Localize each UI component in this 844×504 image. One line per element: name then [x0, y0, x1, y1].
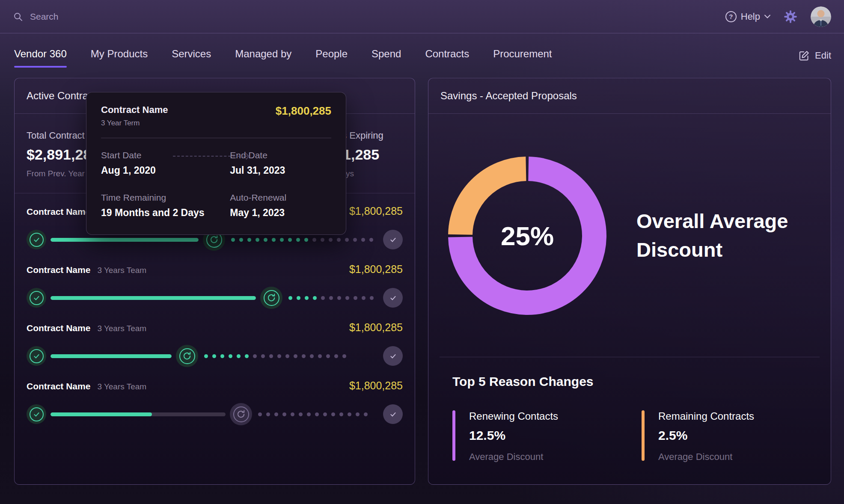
tab-contracts[interactable]: Contracts — [425, 44, 469, 68]
edit-button[interactable]: Edit — [798, 50, 831, 62]
tooltip-auto-renewal: Auto-Renewal May 1, 2023 — [230, 193, 331, 219]
discount-donut-chart: 25% — [448, 157, 606, 315]
tab-vendor-360[interactable]: Vendor 360 — [14, 44, 67, 68]
contract-term: 3 Years Team — [97, 266, 146, 275]
tab-people[interactable]: People — [315, 44, 348, 68]
progress-end-check-icon — [383, 346, 403, 366]
savings-card-title: Savings - Accepted Proposals — [428, 78, 831, 114]
savings-card: Savings - Accepted Proposals 25% Overall… — [428, 78, 831, 485]
tooltip-time-remaining: Time Remaining 19 Months and 2 Days — [101, 193, 230, 219]
contract-term: 3 Years Team — [97, 324, 146, 333]
tooltip-amount: $1,800,285 — [276, 104, 331, 118]
progress-dots — [227, 238, 383, 242]
divider — [440, 357, 820, 357]
contract-name: Contract Name — [27, 323, 90, 333]
tooltip-start-date: Start Date Aug 1, 2020 — [101, 150, 230, 176]
progress-complete-check-icon — [27, 404, 46, 424]
progress-end-check-icon — [383, 404, 403, 424]
date-range-arrow-icon — [173, 156, 248, 157]
progress-renew-icon[interactable] — [260, 287, 282, 309]
contract-progress — [27, 344, 403, 368]
contract-name: Contract Name — [27, 381, 90, 391]
nav-tabs: Vendor 360 My Products Services Managed … — [14, 44, 552, 68]
edit-label: Edit — [815, 50, 831, 61]
stat-renewing-contacts: Renewing Contacts 12.5% Average Discount — [452, 410, 642, 462]
progress-renew-icon[interactable] — [176, 345, 198, 367]
contract-progress — [27, 402, 403, 426]
tab-managed-by[interactable]: Managed by — [235, 44, 291, 68]
contract-term: 3 Years Team — [97, 382, 146, 391]
divider — [101, 138, 331, 138]
tooltip-term: 3 Year Term — [101, 119, 168, 127]
search-icon — [13, 12, 23, 22]
tab-spend[interactable]: Spend — [371, 44, 401, 68]
tooltip-title: Contract Name — [101, 104, 168, 116]
top5-section-title: Top 5 Reason Changes — [452, 374, 831, 389]
progress-dots — [200, 354, 383, 358]
contract-row[interactable]: Contract Name 3 Years Team $1,800,285 — [27, 252, 403, 310]
progress-renew-icon — [230, 403, 252, 425]
contract-amount: $1,800,285 — [349, 321, 403, 334]
stat-remaining-contracts: Remaining Contracts 2.5% Average Discoun… — [642, 410, 831, 462]
progress-dots — [254, 412, 383, 416]
help-label: Help — [741, 11, 760, 22]
edit-pencil-icon — [798, 50, 810, 62]
overall-average-discount-label: Overall Average Discount — [636, 207, 799, 264]
accent-bar — [452, 410, 455, 461]
progress-end-check-icon — [383, 288, 403, 308]
user-avatar[interactable] — [811, 6, 831, 27]
help-menu[interactable]: ? Help — [725, 11, 770, 22]
progress-end-check-icon — [383, 230, 403, 249]
donut-center-value: 25% — [448, 157, 606, 315]
progress-dots — [284, 296, 383, 300]
contract-name: Contract Name — [27, 207, 90, 217]
accent-bar — [642, 410, 645, 461]
search-input[interactable] — [13, 12, 270, 22]
nav-row: Vendor 360 My Products Services Managed … — [0, 33, 844, 78]
help-icon: ? — [725, 11, 737, 22]
settings-gear-icon[interactable] — [783, 9, 798, 24]
tab-my-products[interactable]: My Products — [91, 44, 148, 68]
contract-tooltip: Contract Name 3 Year Term $1,800,285 Sta… — [86, 92, 346, 235]
tab-procurement[interactable]: Procurement — [493, 44, 552, 68]
contract-amount: $1,800,285 — [349, 263, 403, 276]
contract-row[interactable]: Contract Name 3 Years Team $1,800,285 — [27, 310, 403, 368]
progress-complete-check-icon — [27, 346, 46, 366]
contract-row[interactable]: Contract Name 3 Years Team $1,800,285 — [27, 368, 403, 426]
tab-services[interactable]: Services — [172, 44, 211, 68]
search-field[interactable] — [30, 12, 270, 22]
progress-complete-check-icon — [27, 230, 46, 249]
progress-complete-check-icon — [27, 288, 46, 308]
contract-amount: $1,800,285 — [349, 379, 403, 392]
chevron-down-icon — [764, 15, 770, 18]
contract-amount: $1,800,285 — [349, 205, 403, 217]
contract-progress — [27, 286, 403, 310]
contract-name: Contract Name — [27, 265, 90, 275]
topbar: ? Help — [0, 0, 844, 33]
